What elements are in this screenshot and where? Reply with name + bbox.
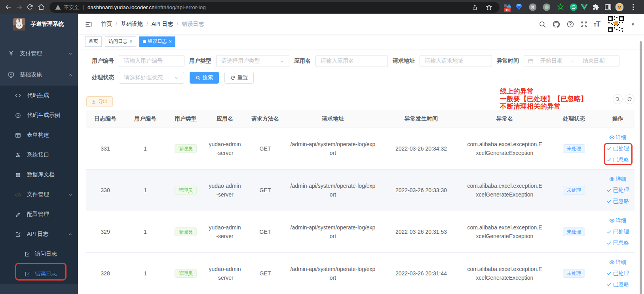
error-log-table: 日志编号 用户编号 用户类型 应用名 请求方法名 请求地址 异常发生时间 异常名… bbox=[86, 110, 635, 294]
process-status-label: 处理状态 bbox=[92, 74, 119, 81]
github-icon[interactable] bbox=[552, 20, 561, 29]
filter-row-2: 处理状态 请选择处理状态 搜索 重置 bbox=[92, 72, 644, 84]
app-name-label: 应用名 bbox=[294, 57, 315, 65]
export-button[interactable]: 导出 bbox=[86, 96, 113, 107]
app-name-input[interactable]: 请输入应用名 bbox=[315, 55, 388, 67]
font-size-icon[interactable]: тT bbox=[594, 20, 600, 29]
refresh-icon bbox=[230, 75, 236, 80]
tab-error-log[interactable]: 错误日志× bbox=[139, 36, 176, 47]
browser-home-icon[interactable] bbox=[38, 4, 45, 11]
status-tag: 未处理 bbox=[563, 269, 585, 278]
sidebar-item-infrastructure[interactable]: 基础设施 bbox=[0, 64, 78, 86]
yen-icon bbox=[8, 50, 14, 57]
app-logo-row[interactable]: 芋道管理系统 bbox=[0, 14, 78, 34]
extension-gem-icon[interactable] bbox=[516, 4, 522, 11]
extension-command-icon[interactable]: ⌘ bbox=[529, 4, 537, 11]
request-url-input[interactable]: 请输入请求地址 bbox=[420, 55, 492, 67]
extension-star-icon[interactable] bbox=[557, 4, 564, 11]
extension-sidepanel-icon[interactable] bbox=[604, 4, 612, 11]
user-avatar-qr[interactable] bbox=[607, 15, 625, 33]
page-scrollbar[interactable] bbox=[640, 41, 642, 294]
help-icon[interactable] bbox=[566, 20, 575, 29]
sidebar-item-code-gen[interactable]: 代码生成 bbox=[0, 86, 78, 105]
check-icon bbox=[606, 271, 612, 276]
sidebar-item-config-mgmt[interactable]: 配置管理 bbox=[0, 204, 78, 224]
search-button[interactable]: 搜索 bbox=[190, 72, 219, 84]
process-link[interactable]: 已处理 bbox=[606, 228, 629, 235]
fullscreen-icon[interactable] bbox=[580, 20, 589, 29]
process-status-select[interactable]: 请选择处理状态 bbox=[119, 72, 184, 84]
check-icon bbox=[606, 187, 612, 193]
extension-recorder-icon[interactable] bbox=[543, 4, 551, 11]
close-icon[interactable]: × bbox=[169, 39, 172, 44]
share-icon[interactable] bbox=[472, 4, 478, 11]
user-type-tag: 管理员 bbox=[175, 269, 197, 278]
user-type-tag: 管理员 bbox=[175, 144, 197, 153]
sidebar-item-api-log[interactable]: API 日志 bbox=[0, 224, 78, 244]
show-search-toggle-button[interactable] bbox=[613, 94, 623, 104]
sidebar-item-access-log[interactable]: 访问日志 bbox=[0, 244, 78, 264]
search-icon bbox=[196, 75, 201, 80]
code-icon bbox=[15, 93, 21, 99]
check-icon bbox=[606, 229, 612, 235]
breadcrumb-infra[interactable]: 基础设施 bbox=[121, 21, 143, 28]
bookmark-star-icon[interactable] bbox=[486, 4, 492, 11]
address-bar[interactable]: 不安全 dashboard.yudao.iocoder.cn/infra/log… bbox=[49, 2, 500, 13]
check-icon bbox=[606, 282, 612, 287]
refresh-table-button[interactable] bbox=[625, 94, 635, 104]
annotation-box-sidebar bbox=[15, 263, 66, 281]
breadcrumb-home[interactable]: 首页 bbox=[101, 21, 112, 28]
process-link[interactable]: 已处理 bbox=[606, 270, 629, 277]
sidebar-item-form-builder[interactable]: 表单构建 bbox=[0, 125, 78, 145]
sidebar-toggle-icon[interactable] bbox=[85, 21, 92, 28]
user-type-select[interactable]: 请选择用户类型 bbox=[216, 55, 289, 67]
check-icon bbox=[606, 240, 612, 246]
header-search-icon[interactable] bbox=[538, 20, 547, 29]
chevron-down-icon bbox=[175, 76, 179, 80]
detail-link[interactable]: 详细 bbox=[609, 134, 627, 141]
page-content: 用户编号 请输入用户编号 用户类型 请选择用户类型 应用名 请输入应用名 请求地… bbox=[78, 55, 644, 294]
red-annotation-note: 线上的异常 一般要【已处理】【已忽略】 不断清理相关的异常 bbox=[500, 88, 587, 110]
eye-icon bbox=[609, 176, 615, 182]
sidebar-item-file-mgmt[interactable]: 文件管理 bbox=[0, 185, 78, 204]
close-icon[interactable]: × bbox=[129, 39, 133, 44]
detail-link[interactable]: 详细 bbox=[609, 259, 627, 266]
browser-reload-icon[interactable] bbox=[27, 4, 33, 10]
sidebar-item-db-doc[interactable]: 数据库文档 bbox=[0, 165, 78, 185]
sidebar-menu: 支付管理 基础设施 代码生成 代码生成示例 表单构建 系统接口 bbox=[0, 34, 78, 284]
ignore-link[interactable]: 已忽略 bbox=[606, 239, 629, 246]
reset-button[interactable]: 重置 bbox=[224, 72, 254, 84]
detail-link[interactable]: 详细 bbox=[609, 176, 627, 183]
browser-profile-avatar[interactable] bbox=[616, 3, 624, 11]
status-tag: 未处理 bbox=[563, 144, 585, 153]
sidebar-item-payment[interactable]: 支付管理 bbox=[0, 43, 78, 64]
breadcrumb-api-log[interactable]: API 日志 bbox=[152, 21, 173, 28]
ignore-link[interactable]: 已忽略 bbox=[606, 198, 629, 205]
not-secure-warning-icon bbox=[55, 5, 61, 10]
browser-menu-dots-icon[interactable] bbox=[633, 4, 634, 11]
detail-link[interactable]: 详细 bbox=[609, 217, 627, 224]
browser-back-icon[interactable] bbox=[5, 4, 12, 11]
sidebar-item-system-api[interactable]: 系统接口 bbox=[0, 145, 78, 165]
ignore-link[interactable]: 已忽略 bbox=[606, 281, 629, 288]
process-link[interactable]: 已处理 bbox=[606, 187, 629, 194]
check-icon bbox=[606, 199, 612, 204]
sidebar-item-code-demo[interactable]: 代码生成示例 bbox=[0, 105, 78, 125]
sidebar-submenu: 代码生成 代码生成示例 表单构建 系统接口 数据库文档 文件管理 bbox=[0, 86, 78, 284]
tab-home[interactable]: 首页 bbox=[85, 36, 102, 47]
user-id-input[interactable]: 请输入用户编号 bbox=[119, 55, 184, 67]
request-url-label: 请求地址 bbox=[393, 57, 420, 65]
browser-forward-icon[interactable] bbox=[16, 4, 23, 11]
sidebar: 芋道管理系统 支付管理 基础设施 代码生成 代码生成示例 表单构建 bbox=[0, 14, 78, 294]
monitor-icon bbox=[8, 72, 14, 78]
avatar-caret-icon[interactable]: ▼ bbox=[631, 22, 635, 27]
main-area: 首页 / 基础设施 / API 日志 / 错误日志 тT ▼ bbox=[78, 14, 644, 294]
tab-access-log[interactable]: 访问日志× bbox=[105, 36, 136, 47]
edit-icon bbox=[15, 212, 21, 218]
extension-vue-icon[interactable] bbox=[581, 4, 588, 10]
date-range-picker[interactable]: 开始日期 - 结束日期 bbox=[524, 55, 619, 67]
url-text: dashboard.yudao.iocoder.cn/infra/log/api… bbox=[87, 4, 206, 10]
download-icon bbox=[91, 99, 96, 104]
extensions-puzzle-icon[interactable] bbox=[592, 4, 599, 11]
extension-refresh-icon[interactable] bbox=[570, 4, 578, 11]
